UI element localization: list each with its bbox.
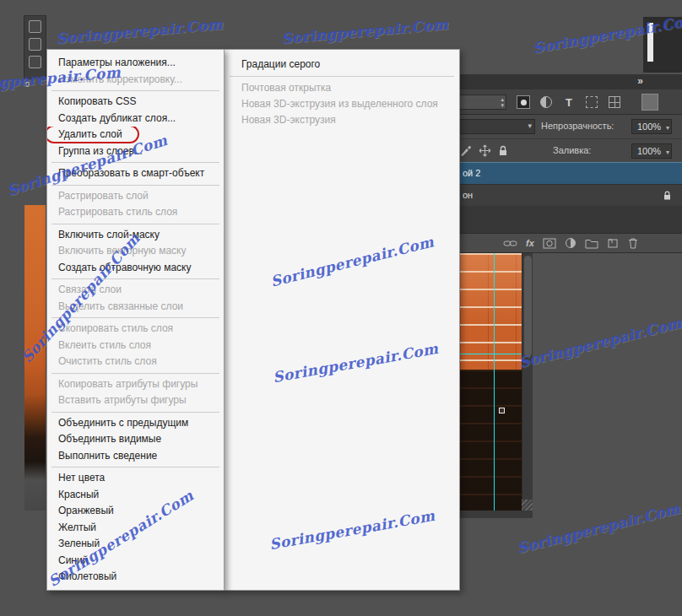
menu-item-label: Группа из слоев... bbox=[58, 145, 143, 157]
adjustment-layer-icon[interactable] bbox=[565, 237, 576, 249]
new-group-folder-icon[interactable] bbox=[585, 238, 598, 249]
menu-item-label: Очистить стиль слоя bbox=[58, 355, 157, 367]
menu-item-convert-to-smart-object[interactable]: Преобразовать в смарт-объект bbox=[47, 165, 224, 182]
horizontal-guide[interactable] bbox=[460, 354, 522, 354]
watermark: Soringperepair.Com bbox=[56, 15, 224, 46]
layer-context-menu: Параметры наложения...Изменить корректир… bbox=[46, 49, 225, 591]
menu-item-enable-layer-mask[interactable]: Включить слой-маску bbox=[47, 227, 224, 244]
menu-item-label: Выделить связанные слои bbox=[58, 300, 183, 312]
menu-separator bbox=[51, 278, 219, 279]
opacity-value-text: 100% bbox=[637, 122, 661, 132]
menu-item-copy-css[interactable]: Копировать CSS bbox=[47, 94, 224, 111]
tool-icon[interactable] bbox=[29, 56, 41, 68]
menu-item-label: Создать дубликат слоя... bbox=[58, 112, 176, 124]
canvas-image-left[interactable] bbox=[24, 205, 46, 511]
menu-item-merge-visible[interactable]: Объединить видимые bbox=[47, 431, 224, 448]
scrollbar-thumb[interactable] bbox=[524, 256, 532, 357]
transform-handle[interactable] bbox=[499, 408, 505, 413]
collapsed-panel-block bbox=[643, 17, 682, 73]
circle-icon[interactable] bbox=[540, 96, 552, 108]
fill-value[interactable]: 100% ▾ bbox=[631, 143, 672, 159]
menu-item-rasterize-layer-style: Растрировать стиль слоя bbox=[47, 204, 224, 221]
layers-blend-row: ▾ Непрозрачность: 100% ▾ bbox=[422, 115, 682, 138]
text-icon[interactable]: T bbox=[562, 95, 576, 109]
menu-item-violet[interactable]: Фиолетовый bbox=[47, 569, 224, 586]
options-bar: ▴▾ T bbox=[422, 89, 682, 115]
menu-item-green[interactable]: Зеленый bbox=[47, 536, 224, 553]
layer-lock-icon bbox=[663, 190, 672, 201]
panel-edge bbox=[647, 23, 653, 62]
collapse-panels-icon[interactable]: » bbox=[637, 75, 643, 87]
canvas-image-right[interactable] bbox=[460, 253, 522, 511]
watermark: Soringperepair.Com bbox=[517, 314, 682, 370]
ruler-origin-label: 0 bbox=[25, 80, 30, 89]
tool-icon[interactable] bbox=[29, 20, 41, 33]
menu-item-delete-layer[interactable]: Удалить слой bbox=[47, 127, 224, 143]
layers-panel-empty-area bbox=[422, 206, 682, 233]
lock-all-icon[interactable] bbox=[497, 144, 509, 157]
menu-item-label: Параметры наложения... bbox=[58, 57, 176, 68]
grid-icon[interactable] bbox=[609, 96, 620, 108]
menu-item-label: Желтый bbox=[58, 521, 96, 533]
delete-layer-trash-icon[interactable] bbox=[627, 237, 639, 249]
menu-item-create-clipping-mask[interactable]: Создать обтравочную маску bbox=[47, 260, 224, 277]
menu-item-label: Объединить с предыдущим bbox=[58, 417, 188, 429]
menu-item-grayscale[interactable]: Градации серого bbox=[225, 57, 459, 73]
blend-mode-select[interactable]: ▾ bbox=[457, 119, 535, 134]
opacity-value[interactable]: 100% ▾ bbox=[631, 119, 672, 134]
menu-item-blue[interactable]: Синий bbox=[47, 553, 224, 570]
layers-lock-row: Заливка: 100% ▾ bbox=[422, 138, 682, 162]
menu-item-orange[interactable]: Оранжевый bbox=[47, 503, 224, 520]
vertical-scrollbar[interactable] bbox=[522, 253, 533, 511]
menu-item-link-layers: Связать слои bbox=[47, 282, 224, 299]
menu-item-duplicate-layer[interactable]: Создать дубликат слоя... bbox=[47, 111, 224, 127]
menu-item-label: Зеленый bbox=[58, 538, 100, 549]
menu-item-edit-adjustment: Изменить корректировку... bbox=[47, 72, 224, 89]
mask-icon[interactable] bbox=[517, 95, 530, 109]
vertical-guide[interactable] bbox=[494, 253, 495, 511]
new-layer-icon[interactable] bbox=[607, 238, 619, 249]
panel-collapse-strip: » bbox=[422, 74, 682, 89]
menu-item-label: Фиолетовый bbox=[58, 570, 116, 582]
horizontal-scrollbar[interactable] bbox=[460, 511, 533, 518]
link-layers-icon[interactable] bbox=[503, 238, 517, 249]
menu-item-label: Преобразовать в смарт-объект bbox=[58, 167, 204, 179]
menu-item-group-from-layers[interactable]: Группа из слоев... bbox=[47, 143, 224, 160]
menu-item-label: Копировать атрибуты фигуры bbox=[58, 378, 198, 390]
panel-button[interactable] bbox=[641, 94, 658, 111]
menu-item-new-3d-extrusion: Новая 3D-экструзия bbox=[225, 112, 459, 128]
menu-item-yellow[interactable]: Желтый bbox=[47, 520, 224, 537]
lock-position-move-icon[interactable] bbox=[479, 144, 491, 157]
dashed-rect-icon[interactable] bbox=[586, 96, 598, 108]
dropdown-arrow-icon: ▾ bbox=[666, 146, 669, 159]
menu-separator bbox=[51, 162, 219, 163]
tool-icon[interactable] bbox=[29, 38, 41, 51]
fill-value-text: 100% bbox=[637, 146, 661, 156]
add-layer-mask-icon[interactable] bbox=[543, 238, 556, 249]
layer-row-background[interactable]: он bbox=[422, 184, 682, 206]
menu-item-merge-down[interactable]: Объединить с предыдущим bbox=[47, 415, 224, 432]
value-stepper[interactable]: ▴▾ bbox=[457, 95, 506, 110]
menu-item-blending-options[interactable]: Параметры наложения... bbox=[47, 55, 224, 72]
menu-item-postcard: Почтовая открытка bbox=[225, 80, 459, 96]
menu-item-clear-layer-style: Очистить стиль слоя bbox=[47, 354, 224, 370]
resize-grip[interactable] bbox=[522, 500, 533, 511]
menu-separator bbox=[51, 373, 219, 374]
menu-item-label: Скопировать стиль слоя bbox=[58, 322, 173, 334]
photoshop-screen: 0 » ▴▾ T ▾ Непрозрачность: 100% ▾ bbox=[0, 0, 682, 616]
lock-pixels-brush-icon[interactable] bbox=[459, 144, 473, 157]
menu-separator bbox=[51, 90, 219, 91]
menu-item-label: Красный bbox=[58, 489, 99, 500]
menu-item-no-color[interactable]: Нет цвета bbox=[47, 470, 224, 487]
menu-item-flatten-image[interactable]: Выполнить сведение bbox=[47, 448, 224, 465]
menu-item-new-3d-extrusion-from-layer: Новая 3D-экструзия из выделенного слоя bbox=[225, 96, 459, 112]
menu-item-label: Новая 3D-экструзия из выделенного слоя bbox=[241, 98, 438, 110]
menu-item-red[interactable]: Красный bbox=[47, 487, 224, 504]
layer-name: ой 2 bbox=[463, 168, 480, 178]
layer-style-fx-icon[interactable]: fx bbox=[526, 238, 534, 248]
menu-item-label: Новая 3D-экструзия bbox=[241, 114, 336, 126]
dropdown-arrow-icon: ▾ bbox=[666, 122, 669, 135]
layer-row-selected[interactable]: ой 2 bbox=[422, 162, 682, 184]
lock-icons bbox=[459, 144, 509, 157]
menu-item-label: Вставить атрибуты фигуры bbox=[58, 394, 187, 406]
